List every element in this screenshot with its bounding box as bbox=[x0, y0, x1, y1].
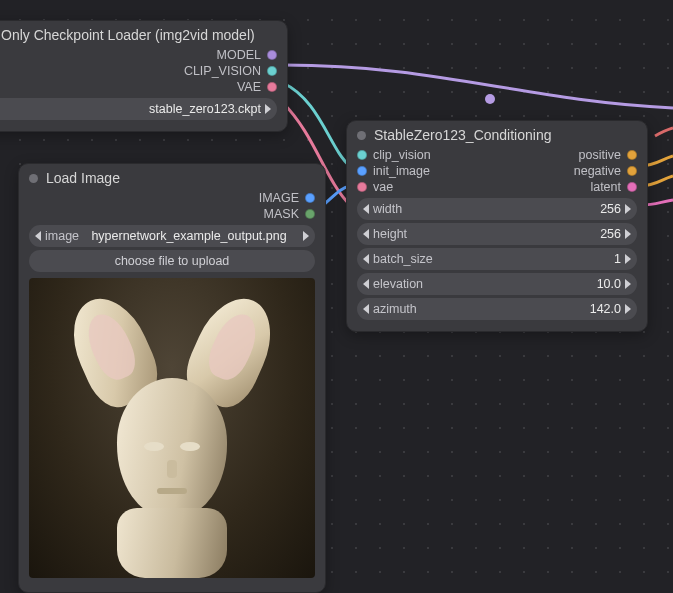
init-image-input-label: init_image bbox=[373, 164, 430, 178]
clip-vision-output-label: CLIP_VISION bbox=[184, 64, 261, 78]
chevron-right-icon[interactable] bbox=[625, 254, 631, 264]
stablezero123-conditioning-node[interactable]: StableZero123_Conditioning clip_vision p… bbox=[346, 120, 648, 332]
vae-input-label: vae bbox=[373, 180, 393, 194]
chevron-left-icon[interactable] bbox=[363, 254, 369, 264]
image-file-widget[interactable]: image hypernetwork_example_output.png bbox=[29, 225, 315, 247]
collapse-dot-icon[interactable] bbox=[29, 174, 38, 183]
checkpoint-loader-node[interactable]: Only Checkpoint Loader (img2vid model) M… bbox=[0, 20, 288, 132]
choose-file-label: choose file to upload bbox=[115, 254, 230, 268]
chevron-right-icon[interactable] bbox=[625, 279, 631, 289]
elevation-widget[interactable]: elevation 10.0 bbox=[357, 273, 637, 295]
chevron-left-icon[interactable] bbox=[363, 229, 369, 239]
batch-size-value: 1 bbox=[433, 252, 621, 266]
model-output-label: MODEL bbox=[217, 48, 261, 62]
chevron-right-icon[interactable] bbox=[303, 231, 309, 241]
height-label: height bbox=[373, 227, 407, 241]
height-value: 256 bbox=[407, 227, 621, 241]
azimuth-widget[interactable]: azimuth 142.0 bbox=[357, 298, 637, 320]
choose-file-button[interactable]: choose file to upload bbox=[29, 250, 315, 272]
chevron-left-icon[interactable] bbox=[363, 204, 369, 214]
width-label: width bbox=[373, 202, 402, 216]
node-title: StableZero123_Conditioning bbox=[374, 127, 551, 143]
node-title: Load Image bbox=[46, 170, 120, 186]
chevron-right-icon[interactable] bbox=[625, 204, 631, 214]
azimuth-value: 142.0 bbox=[417, 302, 621, 316]
clip-vision-input-label: clip_vision bbox=[373, 148, 431, 162]
positive-output-label: positive bbox=[579, 148, 621, 162]
latent-output-port[interactable] bbox=[627, 182, 637, 192]
mask-output-port[interactable] bbox=[305, 209, 315, 219]
node-title-bar[interactable]: StableZero123_Conditioning bbox=[347, 121, 647, 147]
node-title-bar[interactable]: Only Checkpoint Loader (img2vid model) bbox=[0, 21, 287, 47]
negative-output-port[interactable] bbox=[627, 166, 637, 176]
elevation-label: elevation bbox=[373, 277, 423, 291]
chevron-right-icon[interactable] bbox=[625, 304, 631, 314]
latent-output-label: latent bbox=[590, 180, 621, 194]
model-output-port[interactable] bbox=[267, 50, 277, 60]
node-title-bar[interactable]: Load Image bbox=[19, 164, 325, 190]
width-widget[interactable]: width 256 bbox=[357, 198, 637, 220]
image-output-label: IMAGE bbox=[259, 191, 299, 205]
chevron-right-icon[interactable] bbox=[265, 104, 271, 114]
image-preview bbox=[29, 278, 315, 578]
image-widget-label: image bbox=[45, 229, 79, 243]
height-widget[interactable]: height 256 bbox=[357, 223, 637, 245]
azimuth-label: azimuth bbox=[373, 302, 417, 316]
batch-size-widget[interactable]: batch_size 1 bbox=[357, 248, 637, 270]
elevation-value: 10.0 bbox=[423, 277, 621, 291]
chevron-left-icon[interactable] bbox=[363, 304, 369, 314]
positive-output-port[interactable] bbox=[627, 150, 637, 160]
batch-size-label: batch_size bbox=[373, 252, 433, 266]
width-value: 256 bbox=[402, 202, 621, 216]
collapse-dot-icon[interactable] bbox=[357, 131, 366, 140]
mask-output-label: MASK bbox=[264, 207, 299, 221]
node-title: Only Checkpoint Loader (img2vid model) bbox=[1, 27, 273, 43]
image-file-value: hypernetwork_example_output.png bbox=[79, 229, 299, 243]
vae-input-port[interactable] bbox=[357, 182, 367, 192]
image-output-port[interactable] bbox=[305, 193, 315, 203]
negative-output-label: negative bbox=[574, 164, 621, 178]
chevron-left-icon[interactable] bbox=[363, 279, 369, 289]
chevron-right-icon[interactable] bbox=[625, 229, 631, 239]
ckpt-name-widget[interactable]: ame stable_zero123.ckpt bbox=[0, 98, 277, 120]
load-image-node[interactable]: Load Image IMAGE MASK image hypernetwork… bbox=[18, 163, 326, 593]
vae-output-port[interactable] bbox=[267, 82, 277, 92]
init-image-input-port[interactable] bbox=[357, 166, 367, 176]
vae-output-label: VAE bbox=[237, 80, 261, 94]
clip-vision-output-port[interactable] bbox=[267, 66, 277, 76]
chevron-left-icon[interactable] bbox=[35, 231, 41, 241]
clip-vision-input-port[interactable] bbox=[357, 150, 367, 160]
ckpt-name-value: stable_zero123.ckpt bbox=[0, 102, 261, 116]
